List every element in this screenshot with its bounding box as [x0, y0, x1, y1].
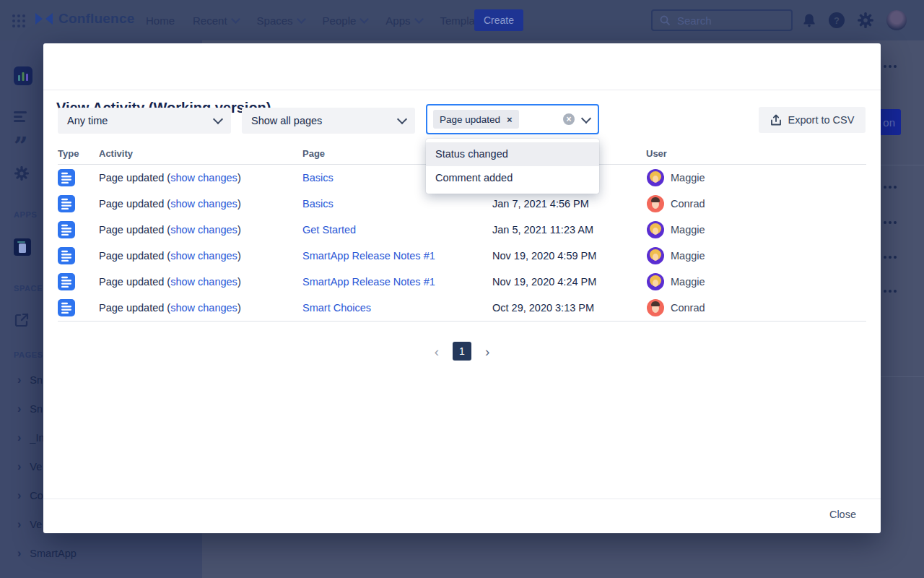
confluence-logo[interactable]: Confluence — [35, 11, 134, 27]
more-menu-icon[interactable] — [884, 65, 897, 68]
page-type-icon — [58, 243, 75, 269]
nav-item-spaces[interactable]: Spaces — [257, 14, 305, 27]
overview-lines-icon[interactable] — [14, 111, 27, 124]
show-changes-link[interactable]: show changes — [170, 276, 237, 288]
page-type-icon — [58, 217, 75, 243]
dropdown-option-status-changed[interactable]: Status changed — [426, 142, 599, 166]
page-tree-item[interactable]: Co — [17, 490, 43, 501]
tag-remove-icon[interactable] — [507, 114, 513, 125]
activity-table-row: Page updated (show changes) Basics Jan 7… — [43, 191, 881, 217]
user-avatar — [647, 221, 664, 238]
activity-table-row: Page updated (show changes) Get Started … — [43, 217, 881, 243]
gear-icon[interactable] — [857, 12, 874, 29]
activity-text: Page updated (show changes) — [99, 217, 241, 243]
user-cell: Conrad — [647, 295, 705, 321]
column-header-page: Page — [302, 148, 325, 159]
user-name: Maggie — [671, 172, 705, 184]
more-menu-icon[interactable] — [884, 186, 897, 189]
chevron-down-icon — [231, 14, 240, 24]
chevron-right-icon — [17, 519, 21, 530]
chevron-right-icon — [17, 548, 21, 559]
page-tree-item[interactable]: Ve — [17, 461, 42, 473]
activity-text: Page updated (show changes) — [99, 165, 241, 191]
user-cell: Maggie — [647, 269, 705, 295]
page-type-icon — [58, 295, 75, 321]
profile-avatar[interactable] — [886, 10, 907, 30]
pages-filter-select[interactable]: Show all pages — [242, 108, 415, 134]
nav-item-home[interactable]: Home — [146, 14, 175, 27]
show-changes-link[interactable]: show changes — [170, 224, 237, 236]
page-link[interactable]: Smart Choices — [302, 302, 371, 314]
dropdown-option-comment-added[interactable]: Comment added — [426, 166, 599, 190]
external-link-icon[interactable] — [14, 312, 30, 328]
show-changes-link[interactable]: show changes — [170, 172, 237, 184]
chevron-down-icon — [213, 114, 223, 124]
column-header-user: User — [646, 148, 667, 159]
user-name: Conrad — [671, 302, 705, 314]
nav-item-apps[interactable]: Apps — [385, 14, 422, 27]
activity-date: Jan 7, 2021 4:56 PM — [492, 191, 589, 217]
time-filter-select[interactable]: Any time — [58, 108, 231, 134]
close-button[interactable]: Close — [829, 509, 856, 520]
previous-page-button[interactable] — [435, 345, 439, 358]
page-link[interactable]: SmartApp Release Notes #1 — [302, 250, 435, 262]
page-tree-item[interactable]: Sn — [17, 374, 43, 386]
activity-table-row: Page updated (show changes) Smart Choice… — [43, 295, 881, 321]
activity-filter-tag: Page updated — [433, 110, 519, 129]
confluence-wordmark: Confluence — [58, 11, 134, 27]
clear-icon[interactable] — [563, 113, 575, 125]
upload-icon — [770, 114, 782, 126]
top-navbar: Confluence Home Recent Spaces People App… — [0, 0, 924, 40]
show-changes-link[interactable]: show changes — [170, 302, 237, 314]
page-type-icon — [58, 165, 75, 191]
next-page-button[interactable] — [485, 345, 489, 358]
page-tree-item-smartapp[interactable]: SmartApp — [17, 548, 77, 559]
chevron-down-icon[interactable] — [581, 113, 591, 124]
page-link[interactable]: SmartApp Release Notes #1 — [302, 276, 435, 288]
help-icon[interactable] — [829, 12, 845, 28]
nav-item-recent[interactable]: Recent — [193, 14, 239, 27]
current-page-button[interactable]: 1 — [453, 342, 471, 361]
page-link[interactable]: Basics — [302, 172, 334, 184]
more-menu-icon[interactable] — [884, 290, 897, 293]
page-tree-item[interactable]: Sn — [17, 403, 43, 415]
page-link[interactable]: Get Started — [302, 224, 356, 236]
quote-icon[interactable]: ” — [14, 139, 28, 153]
user-name: Maggie — [671, 276, 705, 288]
page-tree-item[interactable]: Ve — [17, 519, 42, 530]
page-link[interactable]: Basics — [302, 198, 334, 210]
bell-icon[interactable] — [802, 13, 816, 27]
user-cell: Maggie — [647, 217, 705, 243]
user-avatar — [647, 273, 664, 290]
show-changes-link[interactable]: show changes — [170, 198, 237, 210]
user-name: Maggie — [671, 250, 705, 262]
chevron-right-icon — [17, 461, 21, 473]
activity-table-row: Page updated (show changes) SmartApp Rel… — [43, 243, 881, 269]
search-box[interactable] — [651, 9, 793, 31]
export-csv-button[interactable]: Export to CSV — [759, 107, 866, 133]
column-header-type: Type — [58, 148, 79, 159]
activity-filter-multiselect[interactable]: Page updated — [426, 104, 599, 134]
space-settings-gear-icon[interactable] — [14, 165, 30, 181]
app-switcher-icon[interactable] — [12, 14, 25, 27]
chevron-down-icon — [414, 14, 424, 24]
show-changes-link[interactable]: show changes — [170, 250, 237, 262]
create-button[interactable]: Create — [474, 9, 523, 31]
more-menu-icon[interactable] — [884, 221, 897, 224]
user-avatar — [647, 169, 664, 186]
activity-date: Oct 29, 2020 3:13 PM — [492, 295, 594, 321]
analytics-app-icon[interactable] — [14, 66, 32, 85]
divider — [43, 90, 881, 90]
user-cell: Conrad — [647, 191, 705, 217]
chevron-right-icon — [17, 403, 21, 415]
activity-date: Jan 5, 2021 11:23 AM — [492, 217, 593, 243]
user-name: Maggie — [671, 224, 705, 236]
search-input[interactable] — [676, 14, 785, 27]
more-menu-icon[interactable] — [884, 256, 897, 259]
nav-item-people[interactable]: People — [323, 14, 368, 27]
page-type-icon — [58, 269, 75, 295]
doc-app-icon[interactable] — [14, 238, 31, 256]
page-tree-item[interactable]: _In — [17, 432, 45, 444]
chevron-right-icon — [17, 432, 21, 444]
user-cell: Maggie — [647, 243, 705, 269]
